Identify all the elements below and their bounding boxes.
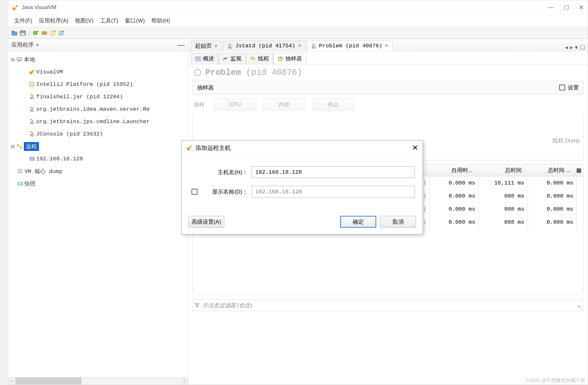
next-tab-icon[interactable]: ▸ bbox=[570, 44, 573, 51]
filter-dropdown-icon[interactable]: ⌄ bbox=[577, 302, 581, 309]
subtab-sampler[interactable]: 抽样器 bbox=[273, 53, 306, 64]
tree-label: 本地 bbox=[24, 56, 35, 63]
cancel-button[interactable]: 取消 bbox=[380, 216, 416, 228]
app-tree[interactable]: ⊟ 本地 VisualVM IJ IntelliJ Platform (pid … bbox=[8, 51, 188, 377]
tree-node-finalshell[interactable]: finalshell.jar (pid 12204) bbox=[8, 90, 188, 103]
toolbar: + JMX + + bbox=[8, 27, 588, 39]
th-selftime[interactable]: 自用时... bbox=[427, 165, 476, 176]
close-button[interactable]: ✕ bbox=[579, 4, 584, 11]
menu-window[interactable]: 窗口(W) bbox=[122, 15, 148, 26]
host-row: 主机名(H)： bbox=[190, 166, 415, 178]
filter-bar[interactable]: 方法名过滤器 (包含) ⌄ bbox=[192, 299, 584, 311]
add-snapshot-icon[interactable]: + bbox=[58, 29, 65, 37]
collapse-icon[interactable]: ⊟ bbox=[10, 56, 15, 63]
sidebar-minimize-icon[interactable]: — bbox=[177, 41, 185, 49]
save-snapshot-icon[interactable] bbox=[19, 29, 26, 37]
scrollbar-track[interactable] bbox=[15, 377, 181, 384]
host-input[interactable] bbox=[252, 166, 415, 178]
editor-tabs: 起始页 × Jstatd (pid 41754) × Problem (pid … bbox=[188, 39, 588, 51]
column-picker-icon[interactable]: ▦ bbox=[574, 165, 583, 176]
network-icon bbox=[15, 143, 24, 150]
ok-button[interactable]: 确定 bbox=[340, 216, 376, 228]
tree-node-snapshot[interactable]: 快照 bbox=[8, 177, 188, 190]
tab-jstatd[interactable]: Jstatd (pid 41754) × bbox=[223, 40, 306, 51]
tree-node-visualvm[interactable]: VisualVM bbox=[8, 66, 188, 78]
sidebar-hscroll[interactable]: ‹ › bbox=[8, 377, 188, 384]
advanced-button[interactable]: 高级设置(A) bbox=[188, 216, 224, 228]
collapse-icon[interactable]: ⊟ bbox=[10, 143, 15, 150]
thread-dump-link[interactable]: 线程 Dump bbox=[552, 137, 580, 144]
menu-view[interactable]: 视图(V) bbox=[72, 15, 97, 26]
tree-node-local[interactable]: ⊟ 本地 bbox=[8, 53, 188, 66]
page-title: Problem (pid 40876) bbox=[188, 64, 588, 81]
display-label: 显示名称(D)： bbox=[199, 188, 252, 196]
visualvm-icon bbox=[28, 69, 36, 75]
tab-start[interactable]: 起始页 × bbox=[191, 40, 222, 51]
scroll-left-icon[interactable]: ‹ bbox=[8, 377, 15, 384]
tree-node-remote[interactable]: ⊟ 远程 bbox=[8, 140, 188, 152]
tab-menu-icon[interactable]: ▾ bbox=[575, 44, 578, 51]
menu-app[interactable]: 应用程序(A) bbox=[36, 15, 72, 26]
tab-problem[interactable]: Problem (pid 40876) × bbox=[307, 40, 393, 51]
add-jmx-icon[interactable]: JMX bbox=[41, 29, 48, 37]
tree-label: 远程 bbox=[24, 142, 39, 151]
subtab-threads[interactable]: 线程 bbox=[246, 53, 273, 64]
subtab-overview[interactable]: 概述 bbox=[191, 53, 218, 64]
memory-button[interactable]: 内存 bbox=[263, 98, 305, 111]
menubar: 文件(F) 应用程序(A) 视图(V) 工具(T) 窗口(W) 帮助(H) bbox=[8, 15, 588, 27]
sidebar-tab: 应用程序 × — bbox=[8, 39, 188, 51]
monitor-icon bbox=[223, 56, 228, 61]
tab-close-icon[interactable]: × bbox=[385, 43, 388, 49]
stop-button[interactable]: 停止 bbox=[312, 98, 354, 111]
display-checkbox[interactable] bbox=[192, 189, 197, 195]
subtab-label: 抽样器 bbox=[285, 55, 302, 62]
tree-node-jconsole[interactable]: JConsole (pid 23632) bbox=[8, 128, 188, 140]
svg-point-0 bbox=[12, 7, 16, 10]
tab-close-icon[interactable]: × bbox=[298, 43, 301, 49]
prev-tab-icon[interactable]: ◂ bbox=[565, 44, 568, 51]
add-remote-host-icon[interactable]: + bbox=[32, 29, 40, 37]
java-icon bbox=[311, 43, 316, 49]
cell-total2: 0.000 ms bbox=[528, 202, 577, 216]
tree-label: IntelliJ Platform (pid 15852) bbox=[36, 81, 133, 88]
menu-file[interactable]: 文件(F) bbox=[11, 15, 36, 26]
menu-tools[interactable]: 工具(T) bbox=[97, 15, 122, 26]
th-totaltime2[interactable]: 总时间 ... bbox=[525, 165, 574, 176]
svg-line-26 bbox=[19, 146, 20, 147]
tree-node-remote-host[interactable]: 192.168.18.128 bbox=[8, 152, 188, 165]
open-snapshot-icon[interactable] bbox=[11, 29, 18, 37]
tree-node-vmcore[interactable]: VM 核心 dump bbox=[8, 165, 188, 177]
dialog-titlebar[interactable]: 添加远程主机 ✕ bbox=[182, 141, 423, 155]
tree-node-jps[interactable]: org.jetbrains.jps.cmdline.Launcher bbox=[8, 115, 188, 128]
scrollbar-thumb[interactable] bbox=[15, 377, 81, 384]
svg-rect-37 bbox=[251, 57, 254, 58]
settings-checkbox[interactable] bbox=[559, 85, 565, 90]
add-coredump-icon[interactable]: + bbox=[49, 29, 57, 37]
cpu-button[interactable]: CPU bbox=[214, 98, 256, 111]
sidebar-tab-close-icon[interactable]: × bbox=[36, 42, 39, 48]
th-totaltime[interactable]: 总时间 bbox=[476, 165, 525, 176]
dialog-body: 主机名(H)： 显示名称(D)： bbox=[182, 155, 423, 211]
tree-node-maven[interactable]: org.jetbrains.idea.maven.server.Re bbox=[8, 103, 188, 115]
minimize-button[interactable]: — bbox=[548, 4, 554, 11]
maximize-panel-icon[interactable]: ☐ bbox=[580, 44, 585, 51]
page-title-bold: Problem bbox=[205, 68, 241, 77]
scroll-right-icon[interactable]: › bbox=[181, 377, 188, 384]
tree-node-intellij[interactable]: IJ IntelliJ Platform (pid 15852) bbox=[8, 78, 188, 90]
sidebar-tab-label: 应用程序 bbox=[11, 41, 34, 49]
tab-close-icon[interactable]: × bbox=[214, 43, 218, 49]
titlebar: Java VisualVM — ☐ ✕ bbox=[8, 0, 588, 15]
cell-pad bbox=[577, 202, 583, 216]
svg-rect-38 bbox=[251, 59, 255, 60]
cell-total2: 0.000 ms bbox=[528, 189, 577, 202]
java-icon bbox=[28, 118, 36, 125]
svg-rect-5 bbox=[21, 33, 25, 35]
maximize-button[interactable]: ☐ bbox=[564, 4, 569, 11]
dialog-close-icon[interactable]: ✕ bbox=[412, 144, 418, 152]
menu-help[interactable]: 帮助(H) bbox=[148, 15, 174, 26]
subtab-monitor[interactable]: 监视 bbox=[218, 53, 246, 64]
svg-text:+: + bbox=[62, 30, 64, 33]
svg-text:JMX: JMX bbox=[42, 32, 47, 34]
svg-rect-3 bbox=[12, 31, 14, 32]
page-title-rest: (pid 40876) bbox=[241, 68, 302, 77]
